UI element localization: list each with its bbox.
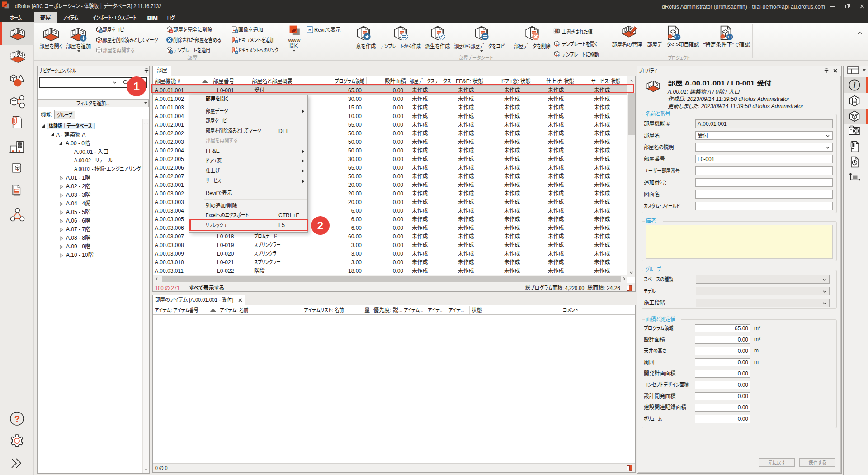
svg-text:1:1: 1:1 xyxy=(727,36,732,39)
svg-text:1:1: 1:1 xyxy=(675,36,679,39)
svg-text:i: i xyxy=(853,81,856,90)
svg-text:?: ? xyxy=(14,413,20,424)
svg-text:R: R xyxy=(308,27,311,32)
